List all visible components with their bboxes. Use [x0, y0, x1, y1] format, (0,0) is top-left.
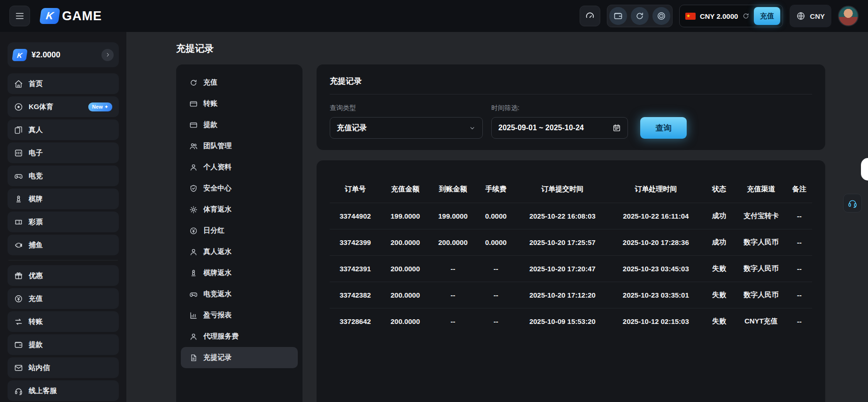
sidebar-item-fishing[interactable]: 捕鱼: [8, 235, 119, 255]
submenu-item-label: 代理服务费: [203, 332, 239, 341]
submenu-item-deposit[interactable]: 充值: [181, 72, 298, 93]
sidebar-item-slots[interactable]: 电子: [8, 142, 119, 163]
table-cell: --: [476, 282, 515, 308]
sidebar-item-transfer[interactable]: 转账: [8, 311, 119, 332]
hamburger-menu-button[interactable]: [9, 6, 30, 26]
table-row: 33744902199.0000199.00000.00002025-10-22…: [330, 203, 812, 229]
user-avatar[interactable]: [838, 6, 859, 26]
sidebar-item-home[interactable]: 首页: [8, 73, 119, 94]
submenu-item-label: 转账: [203, 99, 217, 108]
submenu-item-label: 棋牌返水: [203, 268, 232, 277]
user-icon: [189, 332, 198, 341]
gauge-icon: [585, 11, 595, 21]
query-type-value: 充值记录: [337, 123, 367, 133]
wallet-card[interactable]: K ¥2.0000: [8, 42, 119, 67]
submenu-item-security-center[interactable]: 安全中心: [181, 178, 298, 199]
table-cell: --: [787, 203, 812, 229]
sidebar-item-messages[interactable]: 站内信: [8, 357, 119, 378]
calendar-icon[interactable]: [612, 124, 621, 132]
submenu-item-transfer[interactable]: 转账: [181, 93, 298, 114]
submenu-item-profile[interactable]: 个人资料: [181, 157, 298, 178]
query-type-field: 查询类型 充值记录: [330, 104, 483, 139]
table-cell: --: [787, 255, 812, 282]
submenu-item-agent-fee[interactable]: 代理服务费: [181, 326, 298, 347]
sidebar-item-chess[interactable]: 棋牌: [8, 189, 119, 209]
submenu-item-esports-rebate[interactable]: 电竞返水: [181, 284, 298, 305]
chess-icon: [14, 195, 23, 204]
china-flag-icon: [685, 13, 696, 20]
sidebar-item-live-casino[interactable]: 真人: [8, 119, 119, 140]
records-table: 订单号充值金额到账金额手续费订单提交时间订单处理时间状态充值渠道备注337449…: [330, 176, 812, 334]
card-icon: [189, 121, 198, 129]
table-cell: 33742391: [330, 255, 381, 282]
submenu-item-sports-rebate[interactable]: 体育返水: [181, 199, 298, 220]
sidebar-item-online-support[interactable]: 线上客服: [8, 380, 119, 401]
edge-drawer-handle[interactable]: [861, 158, 868, 181]
submenu-item-live-rebate[interactable]: 真人返水: [181, 241, 298, 262]
sidebar: K ¥2.0000 首页KG体育New ✦真人电子电竞棋牌彩票捕鱼优惠充值转账提…: [0, 32, 126, 402]
sidebar-item-label: 转账: [29, 317, 43, 326]
date-range-input[interactable]: 2025-09-01 ~ 2025-10-24: [491, 117, 628, 139]
table-cell: CNYT充值: [736, 308, 787, 334]
currency-selector[interactable]: CNY 2.0000 充值: [679, 5, 783, 27]
language-currency-selector[interactable]: CNY: [790, 5, 831, 27]
wallet-expand-button[interactable]: [101, 49, 114, 61]
header-deposit-button[interactable]: 充值: [754, 7, 780, 25]
submenu-item-label: 盈亏报表: [203, 311, 232, 320]
filter-card: 充提记录 查询类型 充值记录 时间筛选: 2025-09-01 ~ 2025-1…: [317, 64, 825, 150]
rebate-button[interactable]: [652, 7, 670, 25]
submenu-item-pnl-report[interactable]: 盈亏报表: [181, 305, 298, 326]
query-type-select[interactable]: 充值记录: [330, 117, 483, 139]
table-cell: 数字人民币: [736, 282, 787, 308]
currency-balance: CNY 2.0000: [700, 12, 738, 20]
table-cell: 200.0000: [381, 282, 430, 308]
swap-icon: [14, 317, 23, 326]
sidebar-item-deposit[interactable]: 充值: [8, 288, 119, 309]
query-type-label: 查询类型: [330, 104, 483, 112]
submenu-item-chess-rebate[interactable]: 棋牌返水: [181, 262, 298, 284]
submenu-item-label: 日分红: [203, 226, 225, 235]
table-cell: 33742382: [330, 282, 381, 308]
wallet-balance: ¥2.0000: [31, 50, 97, 60]
header-quick-icons: [607, 5, 673, 27]
users-icon: [189, 142, 198, 150]
table-cell: 2025-10-23 03:45:03: [609, 255, 703, 282]
vault-button[interactable]: [609, 7, 627, 25]
table-cell: 失败: [703, 255, 736, 282]
table-cell: 2025-10-12 02:15:03: [609, 308, 703, 334]
table-header-row: 订单号充值金额到账金额手续费订单提交时间订单处理时间状态充值渠道备注: [330, 176, 812, 203]
submenu-item-daily-dividend[interactable]: 日分红: [181, 220, 298, 241]
table-cell: --: [787, 229, 812, 255]
submenu-item-deposit-withdraw-records[interactable]: 充提记录: [181, 347, 298, 368]
sidebar-item-label: 彩票: [29, 218, 43, 227]
table-header-cell: 订单处理时间: [609, 176, 703, 203]
sidebar-item-promotions[interactable]: 优惠: [8, 265, 119, 286]
new-badge: New ✦: [88, 102, 112, 111]
sidebar-item-esports[interactable]: 电竞: [8, 166, 119, 186]
submenu-item-label: 个人资料: [203, 163, 232, 172]
filter-card-title: 充提记录: [330, 76, 812, 95]
card-icon: [189, 100, 198, 108]
sidebar-item-withdraw[interactable]: 提款: [8, 334, 119, 355]
sidebar-item-lottery[interactable]: 彩票: [8, 212, 119, 232]
submenu-item-withdraw[interactable]: 提款: [181, 114, 298, 135]
table-cell: 2025-10-20 17:12:20: [516, 282, 609, 308]
brand-logo[interactable]: K GAME: [40, 8, 102, 24]
submenu-item-label: 充值: [203, 78, 217, 87]
submenu-item-team-management[interactable]: 团队管理: [181, 135, 298, 157]
submenu-item-label: 团队管理: [203, 142, 232, 150]
speed-button[interactable]: [580, 6, 600, 26]
table-cell: 成功: [703, 229, 736, 255]
sidebar-item-label: 线上客服: [29, 386, 57, 395]
table-cell: --: [430, 308, 476, 334]
floating-support-button[interactable]: [843, 194, 862, 213]
refresh-balance-icon[interactable]: [742, 12, 750, 20]
table-cell: 33728642: [330, 308, 381, 334]
table-header-cell: 充值金额: [381, 176, 430, 203]
table-cell: 数字人民币: [736, 255, 787, 282]
submenu-item-label: 电竞返水: [203, 290, 232, 299]
exchange-button[interactable]: [631, 7, 649, 25]
search-button[interactable]: 查询: [640, 117, 687, 139]
table-header-cell: 订单提交时间: [516, 176, 609, 203]
sidebar-item-kg-sports[interactable]: KG体育New ✦: [8, 96, 119, 117]
